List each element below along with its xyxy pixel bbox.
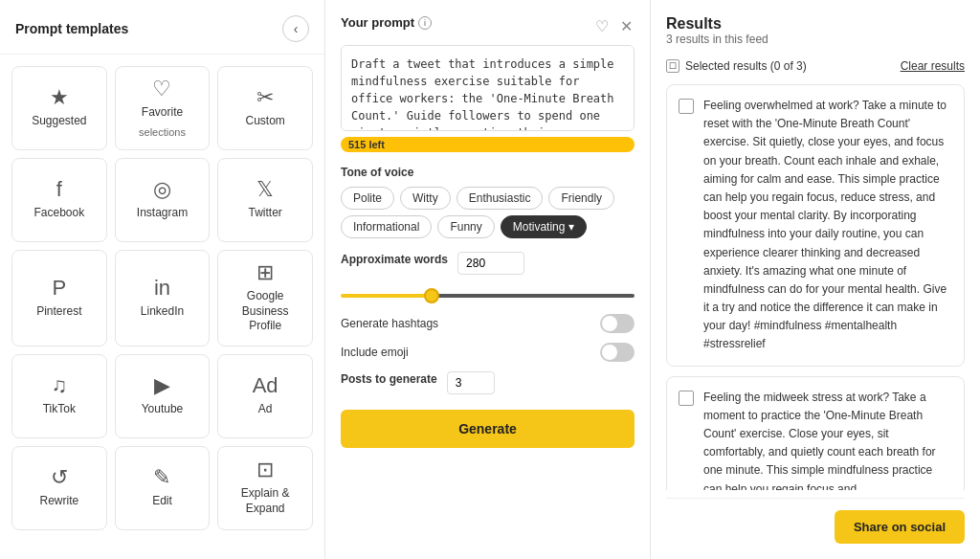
- prompt-textarea[interactable]: [341, 45, 635, 131]
- approx-words-row: Approximate words: [341, 252, 635, 275]
- tone-btn-funny[interactable]: Funny: [437, 215, 494, 238]
- tone-btn-friendly[interactable]: Friendly: [548, 187, 614, 210]
- youtube-icon: ▶: [154, 375, 170, 396]
- share-social-button[interactable]: Share on social: [835, 510, 965, 544]
- template-item-suggested[interactable]: ★Suggested: [11, 66, 107, 150]
- results-select-bar: ☐ Selected results (0 of 3) Clear result…: [666, 59, 965, 73]
- tone-btn-witty[interactable]: Witty: [400, 187, 451, 210]
- left-panel: Prompt templates ‹ ★Suggested♡Favoritese…: [0, 0, 325, 559]
- pinterest-icon: P: [52, 278, 66, 299]
- results-title: Results: [666, 15, 965, 33]
- linkedin-icon: in: [154, 278, 170, 299]
- slider-container: [341, 286, 635, 301]
- emoji-toggle[interactable]: [600, 343, 635, 362]
- template-item-youtube[interactable]: ▶Youtube: [115, 354, 211, 438]
- linkedin-label: LinkedIn: [141, 304, 184, 320]
- include-emoji-row: Include emoji: [341, 343, 635, 362]
- select-all-checkbox[interactable]: ☐: [666, 59, 679, 73]
- tiktok-label: TikTok: [43, 402, 76, 417]
- panel-title: Prompt templates: [15, 21, 128, 36]
- prompt-section-title: Your prompt i: [341, 15, 432, 30]
- result-text-0: Feeling overwhelmed at work? Take a minu…: [703, 97, 952, 354]
- instagram-label: Instagram: [137, 206, 188, 221]
- results-list: Feeling overwhelmed at work? Take a minu…: [666, 84, 965, 490]
- tone-buttons: PoliteWittyEnthusiasticFriendlyInformati…: [341, 187, 635, 238]
- template-item-twitter[interactable]: 𝕏Twitter: [217, 158, 313, 242]
- template-item-pinterest[interactable]: PPinterest: [11, 250, 107, 347]
- select-all-row: ☐ Selected results (0 of 3): [666, 59, 807, 73]
- favorite-label: Favorite: [142, 105, 183, 121]
- clear-results-button[interactable]: Clear results: [901, 59, 965, 73]
- middle-panel: Your prompt i ♡ ✕ 515 left Tone of voice…: [325, 0, 651, 559]
- tone-btn-motivating[interactable]: Motivating ▾: [501, 215, 587, 238]
- posts-label: Posts to generate: [341, 372, 437, 386]
- tone-btn-polite[interactable]: Polite: [341, 187, 394, 210]
- edit-icon: ✎: [153, 467, 170, 488]
- posts-row: Posts to generate: [341, 371, 635, 394]
- suggested-icon: ★: [50, 87, 69, 108]
- tone-label: Tone of voice: [341, 166, 635, 179]
- facebook-label: Facebook: [33, 206, 84, 221]
- google-business-label: Google Business Profile: [226, 289, 304, 334]
- prompt-header: Your prompt i ♡ ✕: [341, 15, 635, 37]
- right-panel: Results 3 results in this feed ☐ Selecte…: [651, 0, 980, 559]
- selected-label: Selected results (0 of 3): [685, 59, 807, 73]
- results-count: 3 results in this feed: [666, 33, 965, 46]
- prompt-actions: ♡ ✕: [593, 17, 635, 35]
- template-item-ad[interactable]: AdAd: [217, 354, 313, 438]
- facebook-icon: f: [56, 179, 62, 200]
- ad-label: Ad: [258, 402, 273, 417]
- tiktok-icon: ♫: [52, 375, 68, 396]
- template-item-instagram[interactable]: ◎Instagram: [115, 158, 211, 242]
- result-card-0: Feeling overwhelmed at work? Take a minu…: [666, 84, 965, 367]
- custom-icon: ✂: [256, 87, 274, 108]
- instagram-icon: ◎: [153, 179, 171, 200]
- template-item-explain[interactable]: ⊡Explain & Expand: [217, 446, 313, 530]
- result-text-1: Feeling the midweek stress at work? Take…: [703, 389, 952, 490]
- template-item-google-business[interactable]: ⊞Google Business Profile: [217, 250, 313, 347]
- ad-icon: Ad: [253, 375, 278, 396]
- template-item-rewrite[interactable]: ↺Rewrite: [11, 446, 107, 530]
- favorite-sublabel: selections: [139, 126, 186, 138]
- google-business-icon: ⊞: [256, 262, 274, 283]
- result-card-1: Feeling the midweek stress at work? Take…: [666, 376, 965, 490]
- tone-btn-enthusiastic[interactable]: Enthusiastic: [457, 187, 544, 210]
- explain-label: Explain & Expand: [226, 486, 304, 516]
- result-checkbox-1[interactable]: [679, 391, 694, 406]
- twitter-icon: 𝕏: [256, 179, 274, 200]
- rewrite-label: Rewrite: [39, 494, 78, 509]
- tone-btn-informational[interactable]: Informational: [341, 215, 432, 238]
- favorite-button[interactable]: ♡: [593, 17, 611, 35]
- chars-left-badge: 515 left: [341, 137, 635, 152]
- twitter-label: Twitter: [248, 206, 281, 221]
- back-button[interactable]: ‹: [282, 15, 309, 42]
- info-icon[interactable]: i: [418, 16, 432, 30]
- left-panel-header: Prompt templates ‹: [0, 0, 324, 55]
- template-item-custom[interactable]: ✂Custom: [217, 66, 313, 150]
- pinterest-label: Pinterest: [36, 304, 81, 320]
- posts-input[interactable]: [447, 371, 495, 394]
- approx-input[interactable]: [457, 252, 524, 275]
- template-item-favorite[interactable]: ♡Favoriteselections: [115, 66, 211, 150]
- share-bar: Share on social: [666, 498, 965, 544]
- suggested-label: Suggested: [32, 114, 86, 129]
- rewrite-icon: ↺: [51, 467, 68, 488]
- template-item-tiktok[interactable]: ♫TikTok: [11, 354, 107, 438]
- youtube-label: Youtube: [142, 402, 184, 417]
- explain-icon: ⊡: [256, 459, 274, 481]
- template-item-facebook[interactable]: fFacebook: [11, 158, 107, 242]
- approx-label: Approximate words: [341, 253, 448, 266]
- templates-grid: ★Suggested♡Favoriteselections✂CustomfFac…: [0, 55, 324, 542]
- share-prompt-button[interactable]: ✕: [618, 17, 635, 35]
- result-checkbox-0[interactable]: [679, 99, 694, 114]
- emoji-label: Include emoji: [341, 346, 409, 359]
- edit-label: Edit: [152, 494, 172, 509]
- hashtags-toggle[interactable]: [600, 314, 635, 333]
- words-slider[interactable]: [341, 294, 635, 298]
- generate-button[interactable]: Generate: [341, 410, 635, 448]
- template-item-linkedin[interactable]: inLinkedIn: [115, 250, 211, 347]
- template-item-edit[interactable]: ✎Edit: [115, 446, 211, 530]
- custom-label: Custom: [245, 114, 284, 129]
- favorite-icon: ♡: [152, 78, 171, 100]
- results-header: Results 3 results in this feed: [666, 15, 965, 56]
